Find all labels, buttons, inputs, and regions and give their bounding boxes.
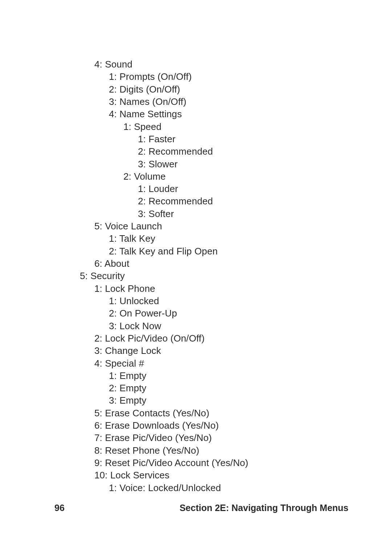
menu-line: 1: Talk Key [54,232,348,245]
menu-line: 8: Reset Phone (Yes/No) [54,444,348,457]
menu-line: 2: Volume [54,170,348,183]
menu-line: 1: Speed [54,121,348,133]
menu-line: 4: Special # [54,357,348,370]
menu-line: 10: Lock Services [54,469,348,481]
menu-line: 4: Sound [54,58,348,70]
menu-line: 6: About [54,257,348,270]
page-footer: 96 Section 2E: Navigating Through Menus [54,503,348,513]
menu-line: 1: Prompts (On/Off) [54,70,348,83]
menu-line: 3: Change Lock [54,344,348,357]
menu-line: 6: Erase Downloads (Yes/No) [54,419,348,432]
menu-line: 1: Voice: Locked/Unlocked [54,482,348,494]
menu-line: 3: Lock Now [54,320,348,332]
menu-line: 1: Unlocked [54,295,348,307]
menu-line: 2: Recommended [54,145,348,158]
menu-line: 3: Names (On/Off) [54,95,348,108]
menu-line: 1: Empty [54,370,348,382]
menu-line: 4: Name Settings [54,108,348,120]
document-page: 4: Sound1: Prompts (On/Off)2: Digits (On… [0,0,392,543]
menu-line: 5: Voice Launch [54,220,348,232]
menu-line: 2: Digits (On/Off) [54,83,348,95]
menu-line: 5: Security [54,270,348,282]
page-number: 96 [54,503,65,513]
menu-line: 7: Erase Pic/Video (Yes/No) [54,432,348,444]
menu-line: 9: Reset Pic/Video Account (Yes/No) [54,457,348,469]
menu-line: 2: Recommended [54,195,348,207]
menu-line: 2: Talk Key and Flip Open [54,245,348,257]
menu-line: 2: On Power-Up [54,307,348,319]
menu-line: 1: Louder [54,183,348,195]
menu-line: 2: Empty [54,382,348,394]
menu-line: 3: Slower [54,158,348,170]
menu-line: 5: Erase Contacts (Yes/No) [54,407,348,419]
menu-line: 1: Faster [54,133,348,145]
section-title: Section 2E: Navigating Through Menus [180,503,348,513]
menu-line: 1: Lock Phone [54,282,348,295]
menu-line: 3: Empty [54,394,348,407]
menu-line: 3: Softer [54,208,348,220]
menu-line: 2: Lock Pic/Video (On/Off) [54,332,348,344]
menu-tree: 4: Sound1: Prompts (On/Off)2: Digits (On… [54,58,348,494]
